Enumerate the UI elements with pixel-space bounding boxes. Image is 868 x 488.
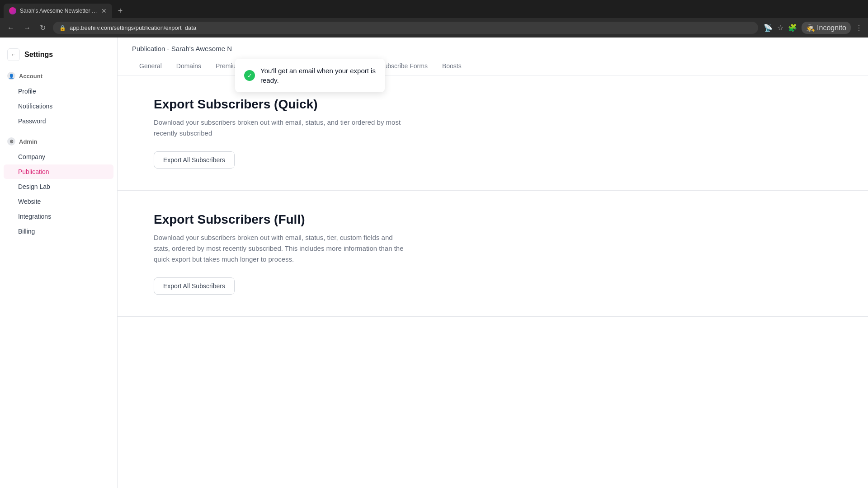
sidebar-header: ← Settings [0,45,117,68]
tab-boosts[interactable]: Boosts [435,58,469,75]
export-quick-button[interactable]: Export All Subscribers [154,151,235,169]
menu-icon[interactable]: ⋮ [855,23,863,32]
tab-favicon [9,7,16,14]
sidebar-item-design-lab[interactable]: Design Lab [4,179,113,194]
sidebar-back-button[interactable]: ← [7,48,20,61]
extensions-icon[interactable]: 🧩 [788,23,797,32]
main-area: Publication - Sarah's Awesome N General … [118,38,868,488]
sidebar-item-company[interactable]: Company [4,150,113,164]
tab-title: Sarah's Awesome Newsletter - b... [20,8,98,14]
tab-general[interactable]: General [132,58,169,75]
export-full-button[interactable]: Export All Subscribers [154,277,235,295]
sidebar-section-account: 👤 Account [0,68,117,84]
sidebar-item-notifications[interactable]: Notifications [4,99,113,113]
admin-label: Admin [19,138,37,145]
sidebar-item-publication[interactable]: Publication [4,164,113,179]
browser-tab-active[interactable]: Sarah's Awesome Newsletter - b... ✕ [4,4,112,18]
cast-icon[interactable]: 📡 [764,23,773,32]
toast-notification: ✓ You'll get an email when your export i… [235,59,385,92]
browser-address-bar: ← → ↻ 🔒 app.beehiiv.com/settings/publica… [0,18,868,38]
export-full-section: Export Subscribers (Full) Download your … [118,191,868,317]
bookmark-icon[interactable]: ☆ [777,23,783,32]
browser-tab-bar: Sarah's Awesome Newsletter - b... ✕ + [0,0,868,18]
back-button[interactable]: ← [5,22,16,34]
incognito-icon: 🕵 [806,23,815,32]
tab-close-icon[interactable]: ✕ [101,7,107,14]
account-label: Account [19,73,42,80]
sidebar-item-password[interactable]: Password [4,114,113,128]
url-text: app.beehiiv.com/settings/publication/exp… [70,24,196,31]
reload-button[interactable]: ↻ [38,22,47,34]
export-quick-desc: Download your subscribers broken out wit… [154,117,407,139]
main-content: Export Subscribers (Quick) Download your… [118,75,868,488]
export-full-title: Export Subscribers (Full) [154,212,832,227]
sidebar-title: Settings [24,51,53,59]
sidebar-item-profile[interactable]: Profile [4,84,113,99]
toast-message: You'll get an email when your export isr… [260,66,376,85]
toast-success-icon: ✓ [244,70,255,81]
app-layout: ← Settings 👤 Account Profile Notificatio… [0,38,868,488]
sidebar: ← Settings 👤 Account Profile Notificatio… [0,38,118,488]
export-full-desc: Download your subscribers broken out wit… [154,232,407,265]
breadcrumb: Publication - Sarah's Awesome N [132,38,854,52]
forward-button[interactable]: → [22,22,33,34]
lock-icon: 🔒 [59,25,66,31]
export-quick-section: Export Subscribers (Quick) Download your… [118,75,868,191]
sidebar-item-billing[interactable]: Billing [4,224,113,239]
admin-icon: ⚙ [7,137,15,145]
new-tab-button[interactable]: + [114,5,127,17]
page-header: Publication - Sarah's Awesome N General … [118,38,868,75]
sidebar-item-website[interactable]: Website [4,194,113,209]
browser-chrome: Sarah's Awesome Newsletter - b... ✕ + ← … [0,0,868,38]
incognito-label: Incognito [817,24,846,32]
browser-actions: 📡 ☆ 🧩 🕵 Incognito ⋮ [764,22,863,34]
export-quick-title: Export Subscribers (Quick) [154,97,832,112]
address-bar[interactable]: 🔒 app.beehiiv.com/settings/publication/e… [53,22,758,34]
sidebar-section-admin: ⚙ Admin [0,134,117,149]
account-icon: 👤 [7,72,15,80]
tab-domains[interactable]: Domains [169,58,208,75]
incognito-button[interactable]: 🕵 Incognito [802,22,851,34]
sidebar-item-integrations[interactable]: Integrations [4,209,113,224]
